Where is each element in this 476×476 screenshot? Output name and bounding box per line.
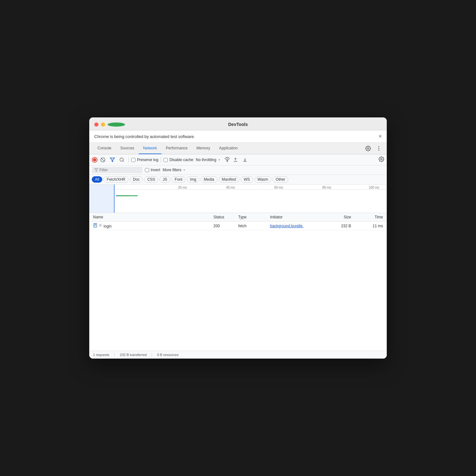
cell-name-text: login — [103, 224, 111, 229]
window-title: DevTools — [228, 122, 248, 127]
download-icon[interactable] — [241, 156, 249, 164]
filter-other-button[interactable]: Other — [272, 176, 288, 183]
ruler-tick-1: 20 ms — [140, 186, 188, 189]
cell-status: 200 — [210, 222, 234, 230]
invert-label[interactable]: Invert — [145, 168, 160, 172]
col-type[interactable]: Type — [235, 213, 266, 222]
svg-text:⊙: ⊙ — [99, 223, 102, 227]
filter-input-wrap[interactable] — [92, 167, 142, 173]
svg-point-0 — [367, 148, 369, 149]
preserve-log-checkbox[interactable] — [131, 158, 135, 162]
col-initiator[interactable]: Initiator — [266, 213, 323, 222]
col-time[interactable]: Time — [355, 213, 387, 222]
timeline-left-bar — [89, 185, 115, 213]
ruler-tick-4: 80 ms — [284, 186, 332, 189]
filter-toggle-button[interactable] — [108, 156, 116, 164]
status-bar: 1 requests 232 B transferred 0 B resourc… — [89, 351, 387, 359]
svg-point-7 — [120, 158, 123, 161]
tabs-right — [364, 144, 383, 153]
more-filters-button[interactable]: More filters — [163, 168, 186, 172]
type-filters-bar: All Fetch/XHR Doc CSS JS Font Img Media … — [89, 175, 387, 185]
table-row[interactable]: ⊙ login 200 fetch background.bundle. 232… — [89, 222, 387, 230]
svg-point-2 — [379, 148, 379, 149]
col-size[interactable]: Size — [323, 213, 355, 222]
cell-name: ⊙ login — [89, 222, 210, 230]
filter-ws-button[interactable]: WS — [241, 176, 253, 183]
disable-cache-checkbox[interactable] — [164, 158, 168, 162]
search-button[interactable] — [118, 156, 126, 164]
filter-all-button[interactable]: All — [92, 176, 102, 183]
tab-sources[interactable]: Sources — [116, 143, 139, 154]
disable-cache-label[interactable]: Disable cache — [164, 158, 193, 162]
upload-icon[interactable] — [231, 156, 240, 164]
requests-table: Name Status Type Initiator Size Time — [89, 213, 387, 230]
tab-network[interactable]: Network — [139, 143, 161, 154]
tabs-bar: Console Sources Network Performance Memo… — [89, 143, 387, 154]
status-transferred: 232 B transferred — [120, 353, 152, 357]
toolbar-divider — [128, 157, 129, 163]
filter-css-button[interactable]: CSS — [144, 176, 158, 183]
status-requests: 1 requests — [93, 353, 115, 357]
filter-bar: Invert More filters — [89, 166, 387, 175]
chevron-down-icon — [182, 168, 186, 172]
filter-fetch-xhr-button[interactable]: Fetch/XHR — [103, 176, 128, 183]
filter-wasm-button[interactable]: Wasm — [254, 176, 272, 183]
devtools-body: Console Sources Network Performance Memo… — [89, 143, 387, 359]
network-toolbar: Preserve log Disable cache No throttling — [89, 154, 387, 166]
filter-doc-button[interactable]: Doc — [130, 176, 143, 183]
wifi-icon[interactable] — [224, 157, 230, 163]
record-button[interactable] — [92, 157, 97, 163]
svg-line-8 — [123, 161, 124, 162]
cell-time: 11 ms — [355, 222, 387, 230]
invert-checkbox[interactable] — [145, 168, 149, 172]
filter-font-button[interactable]: Font — [172, 176, 185, 183]
svg-marker-15 — [95, 169, 98, 172]
svg-point-9 — [227, 161, 228, 161]
throttle-selector[interactable]: No throttling — [196, 158, 222, 162]
preserve-log-label[interactable]: Preserve log — [131, 158, 158, 162]
close-traffic-light[interactable] — [94, 122, 98, 127]
cell-initiator: background.bundle. — [266, 222, 323, 230]
clear-button[interactable] — [99, 156, 107, 164]
devtools-window: DevTools Chrome is being controlled by a… — [89, 117, 387, 359]
timeline-area: 20 ms 40 ms 60 ms 80 ms 100 ms — [89, 185, 387, 213]
more-options-icon[interactable] — [375, 144, 383, 153]
status-resources: 0 B resources — [157, 353, 184, 357]
maximize-traffic-light[interactable] — [108, 122, 125, 127]
toolbar-divider-2 — [161, 157, 161, 163]
traffic-lights — [94, 122, 125, 127]
initiator-link[interactable]: background.bundle. — [270, 224, 304, 228]
col-status[interactable]: Status — [210, 213, 234, 222]
tab-performance[interactable]: Performance — [161, 143, 192, 154]
cell-type: fetch — [235, 222, 266, 230]
filter-media-button[interactable]: Media — [201, 176, 217, 183]
filter-funnel-icon — [94, 168, 98, 172]
col-name[interactable]: Name — [89, 213, 210, 222]
tabs-left: Console Sources Network Performance Memo… — [93, 143, 242, 154]
filter-input[interactable] — [99, 168, 137, 172]
tab-memory[interactable]: Memory — [192, 143, 215, 154]
settings-icon-toolbar[interactable] — [379, 156, 384, 163]
tab-application[interactable]: Application — [215, 143, 242, 154]
tab-console[interactable]: Console — [93, 143, 116, 154]
doc-icon — [93, 223, 97, 228]
title-bar: DevTools — [89, 117, 387, 130]
svg-point-3 — [379, 150, 379, 151]
banner-close-button[interactable]: × — [379, 134, 382, 139]
settings-icon[interactable] — [364, 144, 372, 153]
minimize-traffic-light[interactable] — [101, 122, 105, 127]
table-header-row: Name Status Type Initiator Size Time — [89, 213, 387, 222]
svg-line-5 — [101, 158, 104, 161]
timeline-graph — [115, 190, 387, 205]
timeline-bar-green — [117, 195, 138, 196]
filter-manifest-button[interactable]: Manifest — [219, 176, 239, 183]
svg-point-1 — [379, 146, 379, 147]
filter-js-button[interactable]: JS — [160, 176, 170, 183]
blocked-icon: ⊙ — [99, 223, 103, 227]
ruler-tick-5: 100 ms — [332, 186, 380, 189]
banner-text: Chrome is being controlled by automated … — [94, 134, 195, 139]
row-icon: ⊙ — [93, 223, 103, 228]
filter-img-button[interactable]: Img — [187, 176, 199, 183]
network-table: Name Status Type Initiator Size Time — [89, 213, 387, 351]
cell-size: 232 B — [323, 222, 355, 230]
